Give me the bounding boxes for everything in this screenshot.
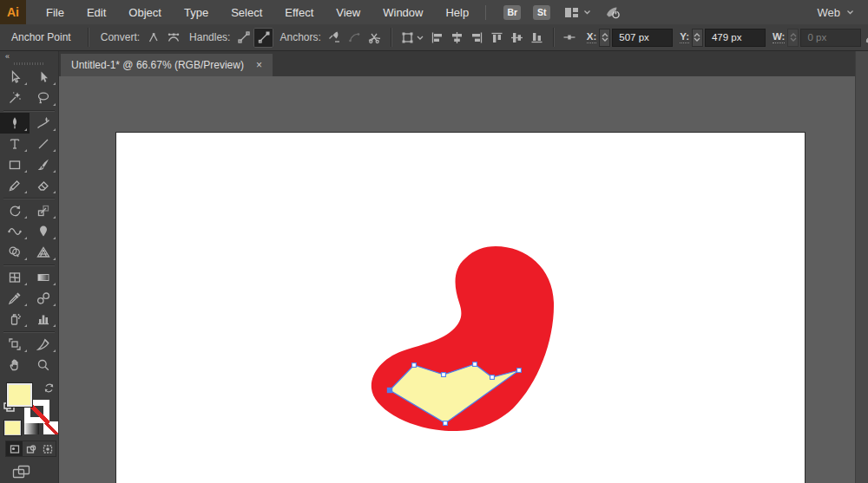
canvas-pasteboard[interactable] <box>59 76 868 483</box>
w-label[interactable]: W: <box>773 31 785 43</box>
anchor-point <box>517 369 522 373</box>
change-screen-mode-button[interactable] <box>12 465 58 483</box>
arrange-documents-button[interactable] <box>564 7 591 18</box>
anchor-point <box>490 375 495 380</box>
panel-dock-edge[interactable] <box>855 51 868 483</box>
draw-behind-button[interactable] <box>23 441 39 456</box>
y-stepper[interactable] <box>692 29 703 47</box>
gradient-button[interactable] <box>24 421 39 434</box>
convert-to-smooth-button[interactable] <box>163 28 183 48</box>
paint-style-buttons <box>0 421 58 434</box>
tool-zoom[interactable] <box>30 355 59 375</box>
tool-direct-selection[interactable] <box>30 67 59 88</box>
handles-off-icon <box>237 30 251 44</box>
tool-lasso[interactable] <box>30 88 59 108</box>
menu-item-edit[interactable]: Edit <box>76 0 117 24</box>
menu-item-help[interactable]: Help <box>434 0 480 24</box>
brushes-panel-button[interactable]: Br <box>503 5 521 20</box>
tool-pen[interactable] <box>0 113 30 134</box>
tool-hand[interactable] <box>0 355 30 375</box>
pin-icon <box>36 225 50 238</box>
x-input[interactable]: 507 px <box>612 29 673 47</box>
gradient-icon <box>36 271 50 284</box>
remove-anchor-button[interactable] <box>325 28 345 48</box>
menu-item-window[interactable]: Window <box>372 0 434 24</box>
show-handles-button[interactable] <box>233 28 253 48</box>
tool-magic-wand[interactable] <box>0 88 30 108</box>
document-tab-title: Untitled-1* @ 66.67% (RGB/Preview) <box>71 59 244 71</box>
align-left-button[interactable] <box>427 28 447 48</box>
connect-path-button[interactable] <box>345 28 365 48</box>
workspace-switcher[interactable]: Web <box>818 6 855 19</box>
gpu-performance-button[interactable] <box>605 5 621 20</box>
y-input[interactable]: 479 px <box>705 29 766 47</box>
cut-path-button[interactable] <box>365 28 385 48</box>
tool-width[interactable] <box>0 221 30 242</box>
artboard[interactable] <box>115 132 806 483</box>
type-icon <box>8 137 22 151</box>
w-stepper <box>787 29 799 47</box>
tool-selection[interactable] <box>0 67 30 88</box>
hide-handles-button[interactable] <box>253 28 273 48</box>
lasso-icon <box>36 91 50 105</box>
swap-fill-stroke-icon[interactable] <box>43 382 55 397</box>
tool-type[interactable] <box>0 134 30 154</box>
distribute-button[interactable] <box>560 28 580 48</box>
tool-blend[interactable] <box>30 288 59 309</box>
x-stepper[interactable] <box>599 29 610 47</box>
menu-item-file[interactable]: File <box>35 0 76 24</box>
convert-to-corner-button[interactable] <box>143 28 163 48</box>
scissors-path-icon <box>367 30 382 44</box>
align-right-button[interactable] <box>467 28 487 48</box>
tool-curvature[interactable] <box>30 113 59 134</box>
chevron-down-icon <box>846 10 854 15</box>
corner-point-icon <box>147 30 161 44</box>
tool-column-graph[interactable] <box>30 309 59 330</box>
document-tab[interactable]: Untitled-1* @ 66.67% (RGB/Preview) × <box>61 54 273 76</box>
tool-puppet-warp[interactable] <box>30 221 59 242</box>
graphic-styles-panel-button[interactable]: St <box>533 5 550 20</box>
fill-swatch[interactable] <box>7 383 32 407</box>
tools-panel-grip[interactable] <box>0 61 58 67</box>
tool-pencil[interactable] <box>0 175 30 196</box>
constrain-proportions-button[interactable] <box>861 28 868 48</box>
none-button[interactable] <box>43 421 58 434</box>
tool-slice[interactable] <box>30 334 59 355</box>
tool-shape-builder[interactable] <box>0 242 30 263</box>
menu-item-view[interactable]: View <box>325 0 372 24</box>
magnifier-icon <box>36 358 50 372</box>
align-bottom-button[interactable] <box>527 28 547 48</box>
transform-options-button[interactable] <box>398 28 427 48</box>
align-top-button[interactable] <box>487 28 507 48</box>
draw-normal-button[interactable] <box>6 441 23 456</box>
tool-scale[interactable] <box>30 200 59 221</box>
tool-rectangle[interactable] <box>0 154 30 175</box>
anchor-point <box>442 373 446 377</box>
tool-mesh[interactable] <box>0 267 30 288</box>
tool-symbol-sprayer[interactable] <box>0 309 30 330</box>
line-icon <box>36 137 50 151</box>
tool-perspective-grid[interactable] <box>30 242 59 263</box>
tool-eyedropper[interactable] <box>0 288 30 309</box>
draw-inside-button[interactable] <box>39 441 56 456</box>
y-label[interactable]: Y: <box>680 31 689 43</box>
tool-line-segment[interactable] <box>30 134 59 154</box>
collapse-panel-button[interactable]: « <box>0 51 58 61</box>
align-middle-button[interactable] <box>507 28 527 48</box>
menu-item-type[interactable]: Type <box>173 0 220 24</box>
tool-eraser[interactable] <box>30 175 59 196</box>
transform-box-icon <box>400 30 415 45</box>
align-center-button[interactable] <box>447 28 467 48</box>
tools-panel: « <box>0 51 59 483</box>
menu-item-object[interactable]: Object <box>117 0 173 24</box>
color-button[interactable] <box>5 421 20 434</box>
slice-knife-icon <box>36 337 50 351</box>
tool-gradient[interactable] <box>30 267 59 288</box>
close-icon[interactable]: × <box>256 60 262 70</box>
menu-item-effect[interactable]: Effect <box>273 0 325 24</box>
menu-item-select[interactable]: Select <box>220 0 273 24</box>
tool-paintbrush[interactable] <box>30 154 59 175</box>
tool-artboard[interactable] <box>0 334 30 355</box>
x-label[interactable]: X: <box>587 31 597 43</box>
tool-rotate[interactable] <box>0 200 30 221</box>
